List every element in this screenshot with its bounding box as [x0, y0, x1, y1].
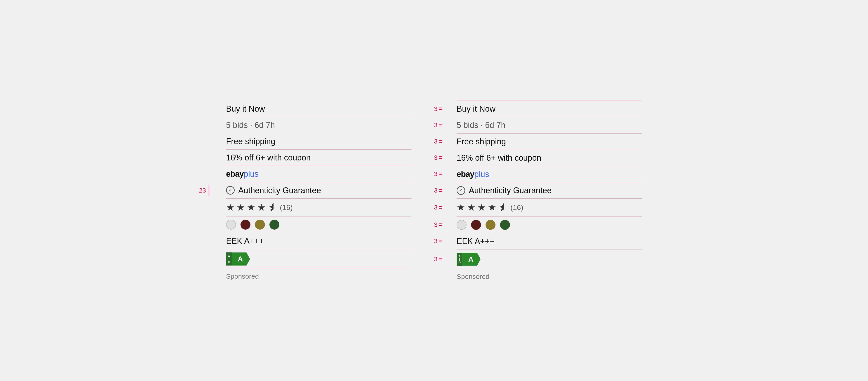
right-annotation-7: 3 = [434, 204, 442, 211]
swatch-dark-red[interactable] [241, 220, 250, 230]
right-annotation-9: 3 = [434, 237, 442, 245]
right-row-bids: 3 = 5 bids · 6d 7h [457, 117, 642, 133]
right-row-free-shipping: 3 = Free shipping [457, 133, 642, 150]
right-row-ebay-plus: 3 = ebay plus [457, 166, 642, 182]
right-star-3: ★ [477, 202, 486, 213]
right-row-coupon: 3 = 16% off 6+ with coupon [457, 150, 642, 166]
right-star-1: ★ [457, 202, 465, 213]
star-2: ★ [237, 202, 245, 213]
row-eek-label: EEK A+++ [226, 233, 411, 249]
energy-badge: A | G A [226, 252, 250, 265]
right-annotation-2: 3 = [434, 122, 442, 129]
right-coupon-text: 16% off 6+ with coupon [457, 153, 541, 163]
right-annotation-3: 3 = [434, 138, 442, 145]
right-annotation-10: 3 = [434, 256, 442, 263]
sponsored-label: Sponsored [226, 269, 411, 280]
right-sponsored-label: Sponsored [457, 269, 642, 280]
buy-it-now-text: Buy it Now [226, 104, 265, 114]
right-ebay-logo-text: ebay [457, 169, 474, 179]
right-buy-it-now-text: Buy it Now [457, 104, 495, 114]
right-annotation-4: 3 = [434, 154, 442, 161]
row-energy-badge: A | G A [226, 249, 411, 269]
review-count: (16) [280, 203, 293, 212]
plus-label: plus [244, 169, 258, 179]
energy-letter: A [232, 252, 250, 265]
authenticity-icon: ✓ [226, 186, 235, 195]
row-bids: 5 bids · 6d 7h [226, 117, 411, 133]
right-annotation-5: 3 = [434, 170, 442, 178]
bids-text: 5 bids · 6d 7h [226, 120, 275, 130]
right-row-energy-badge: 3 = A | G A [457, 250, 642, 269]
right-swatch-light[interactable] [457, 220, 467, 230]
right-star-half: ⯨ [498, 202, 508, 213]
right-energy-scale: A | G [457, 253, 463, 266]
energy-scale: A | G [226, 252, 232, 265]
star-half: ⯨ [268, 202, 277, 213]
right-swatch-green[interactable] [500, 220, 510, 230]
right-row-buy-it-now: 3 = Buy it Now [457, 101, 642, 117]
right-eek-text: EEK A+++ [457, 236, 494, 246]
row-free-shipping: Free shipping [226, 133, 411, 150]
row-buy-it-now: Buy it Now [226, 101, 411, 117]
right-star-4: ★ [488, 202, 496, 213]
right-swatch-dark-red[interactable] [471, 220, 481, 230]
swatch-olive[interactable] [255, 220, 265, 230]
right-annotation-8: 3 = [434, 221, 442, 228]
ebay-logo-text: ebay [226, 169, 244, 179]
right-authenticity-icon: ✓ [457, 186, 465, 195]
annotation-number: 23 [199, 187, 206, 194]
coupon-text: 16% off 6+ with coupon [226, 153, 311, 162]
right-energy-badge: A | G A [457, 253, 480, 266]
right-row-authenticity: 3 = ✓ Authenticity Guarantee [457, 182, 642, 199]
row-swatches [226, 217, 411, 233]
right-annotation-6: 3 = [434, 187, 442, 194]
right-star-2: ★ [467, 202, 475, 213]
swatch-light[interactable] [226, 220, 236, 230]
row-ebay-plus: ebay plus [226, 166, 411, 182]
free-shipping-text: Free shipping [226, 136, 275, 146]
eek-text: EEK A+++ [226, 236, 264, 246]
right-plus-label: plus [474, 169, 489, 179]
annotation-bracket [209, 185, 209, 196]
right-bids-text: 5 bids · 6d 7h [457, 120, 505, 130]
right-row-eek-label: 3 = EEK A+++ [457, 233, 642, 250]
row-authenticity: ✓ Authenticity Guarantee [226, 182, 411, 199]
row-coupon: 16% off 6+ with coupon [226, 150, 411, 166]
left-card: 23 Buy it Now 5 bids · 6d 7h Free shippi… [226, 101, 411, 280]
row-rating: ★ ★ ★ ★ ⯨ (16) [226, 199, 411, 217]
left-annotation: 23 [199, 185, 209, 196]
authenticity-text: Authenticity Guarantee [238, 186, 321, 195]
right-free-shipping-text: Free shipping [457, 137, 506, 147]
right-authenticity-text: Authenticity Guarantee [469, 186, 552, 195]
right-card: 3 = Buy it Now 3 = 5 bids · 6d 7h 3 = Fr… [457, 101, 642, 280]
right-row-rating: 3 = ★ ★ ★ ★ ⯨ (16) [457, 199, 642, 217]
main-container: 23 Buy it Now 5 bids · 6d 7h Free shippi… [0, 0, 868, 381]
right-review-count: (16) [510, 203, 523, 212]
star-3: ★ [247, 202, 255, 213]
star-1: ★ [226, 202, 235, 213]
right-row-swatches: 3 = [457, 217, 642, 233]
swatch-green[interactable] [270, 220, 279, 230]
right-energy-letter: A [463, 253, 480, 266]
star-4: ★ [257, 202, 266, 213]
right-annotation-1: 3 = [434, 105, 442, 113]
right-swatch-olive[interactable] [486, 220, 495, 230]
